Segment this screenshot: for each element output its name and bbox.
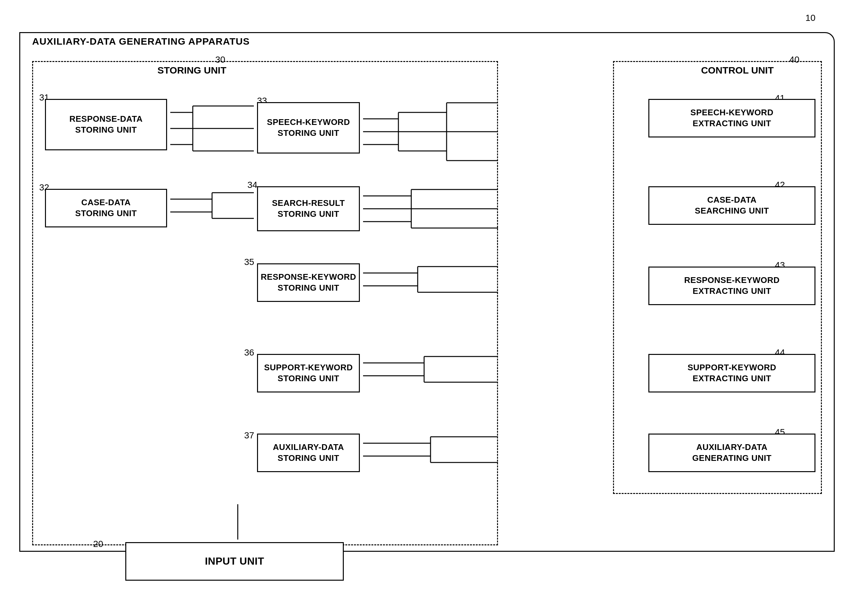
ref-37: 37 bbox=[244, 430, 254, 441]
ref-20: 20 bbox=[93, 539, 103, 549]
case-data-storing-unit: CASE-DATASTORING UNIT bbox=[45, 189, 167, 227]
storing-unit-title: STORING UNIT bbox=[154, 65, 229, 76]
auxiliary-data-storing-unit: AUXILIARY-DATASTORING UNIT bbox=[257, 433, 360, 472]
response-keyword-storing-unit: RESPONSE-KEYWORDSTORING UNIT bbox=[257, 263, 360, 302]
support-keyword-storing-unit: SUPPORT-KEYWORDSTORING UNIT bbox=[257, 354, 360, 392]
control-unit-title: CONTROL UNIT bbox=[698, 65, 777, 76]
speech-keyword-storing-unit: SPEECH-KEYWORDSTORING UNIT bbox=[257, 102, 360, 154]
ref-35: 35 bbox=[244, 257, 254, 267]
speech-keyword-extracting-unit: SPEECH-KEYWORDEXTRACTING UNIT bbox=[648, 99, 816, 137]
response-data-storing-unit: RESPONSE-DATASTORING UNIT bbox=[45, 99, 167, 150]
response-keyword-extracting-unit: RESPONSE-KEYWORDEXTRACTING UNIT bbox=[648, 266, 816, 305]
apparatus-title: AUXILIARY-DATA GENERATING APPARATUS bbox=[32, 36, 250, 47]
case-data-searching-unit: CASE-DATASEARCHING UNIT bbox=[648, 186, 816, 225]
ref-34: 34 bbox=[247, 180, 257, 190]
ref-10: 10 bbox=[805, 13, 816, 23]
ref-36: 36 bbox=[244, 347, 254, 358]
auxiliary-data-generating-unit: AUXILIARY-DATAGENERATING UNIT bbox=[648, 433, 816, 472]
support-keyword-extracting-unit: SUPPORT-KEYWORDEXTRACTING UNIT bbox=[648, 354, 816, 392]
input-unit: INPUT UNIT bbox=[125, 542, 344, 581]
search-result-storing-unit: SEARCH-RESULTSTORING UNIT bbox=[257, 186, 360, 231]
